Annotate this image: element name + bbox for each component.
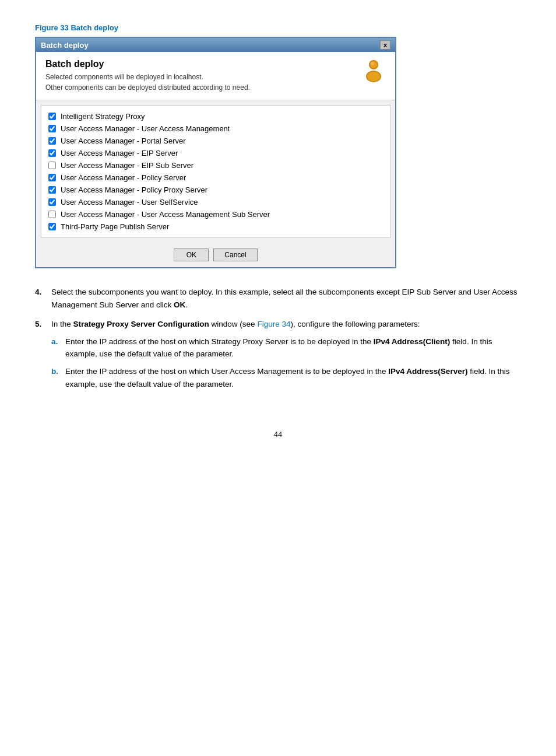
step-5a-content: Enter the IP address of the host on whic…	[65, 335, 521, 360]
checkbox-item: User Access Manager - Policy Server	[48, 172, 383, 184]
checkbox-label: User Access Manager - EIP Sub Server	[61, 161, 193, 170]
dialog-close-button[interactable]: x	[380, 40, 390, 50]
checkbox-item: User Access Manager - User Access Manage…	[48, 208, 383, 220]
checkbox-uam-portal-server[interactable]	[48, 137, 56, 145]
checkbox-uam-uam-sub-server[interactable]	[48, 211, 56, 218]
checkbox-item: User Access Manager - Policy Proxy Serve…	[48, 184, 383, 196]
checkbox-item: Intelligent Strategy Proxy	[48, 110, 383, 123]
ok-button[interactable]: OK	[174, 249, 209, 261]
figure-34-link[interactable]: Figure 34	[257, 320, 290, 328]
step-5-content: In the Strategy Proxy Server Configurati…	[51, 318, 521, 395]
checkbox-uam-eip-server[interactable]	[48, 149, 56, 157]
step-4-number: 4.	[35, 286, 51, 311]
checkbox-item: User Access Manager - EIP Sub Server	[48, 159, 383, 172]
dialog-titlebar: Batch deploy x	[36, 38, 395, 52]
step-5a: a. Enter the IP address of the host on w…	[51, 335, 521, 360]
dialog-desc-line2: Other components can be deployed distrib…	[45, 82, 250, 93]
step-5b-letter: b.	[51, 365, 65, 390]
checkbox-uam-user-access-management[interactable]	[48, 125, 56, 132]
dialog-title: Batch deploy	[41, 41, 89, 50]
svg-point-3	[367, 72, 380, 81]
checkbox-label: User Access Manager - Policy Proxy Serve…	[61, 186, 207, 194]
step-5: 5. In the Strategy Proxy Server Configur…	[35, 318, 521, 395]
dialog-header: Batch deploy Selected components will be…	[36, 52, 395, 100]
checkbox-intelligent-strategy-proxy[interactable]	[48, 113, 56, 120]
checkbox-item: Third-Party Page Publish Server	[48, 220, 383, 233]
svg-point-4	[371, 62, 374, 65]
cancel-button[interactable]: Cancel	[213, 249, 257, 261]
checkbox-item: User Access Manager - User Access Manage…	[48, 123, 383, 135]
dialog-body: Intelligent Strategy Proxy User Access M…	[41, 105, 390, 238]
checkbox-item: User Access Manager - Portal Server	[48, 135, 383, 147]
ipv4-server-bold: IPv4 Address(Server)	[388, 367, 467, 376]
dialog-footer: OK Cancel	[36, 243, 395, 267]
deploy-icon	[361, 59, 386, 83]
steps-list: 4. Select the subcomponents you want to …	[35, 286, 521, 395]
checkbox-label: Intelligent Strategy Proxy	[61, 112, 145, 121]
dialog-header-text: Batch deploy Selected components will be…	[45, 59, 250, 93]
checkbox-label: User Access Manager - EIP Server	[61, 149, 178, 158]
dialog-desc-line1: Selected components will be deployed in …	[45, 72, 250, 82]
dialog-heading: Batch deploy	[45, 59, 250, 69]
figure-label: Figure 33 Batch deploy	[35, 23, 521, 32]
batch-deploy-dialog: Batch deploy x Batch deploy Selected com…	[35, 37, 396, 268]
checkbox-uam-policy-server[interactable]	[48, 174, 56, 181]
checkbox-label: User Access Manager - User SelfService	[61, 198, 198, 206]
checkbox-label: User Access Manager - User Access Manage…	[61, 210, 270, 219]
page-number: 44	[35, 430, 521, 439]
checkbox-item: User Access Manager - User SelfService	[48, 196, 383, 208]
ipv4-client-bold: IPv4 Address(Client)	[374, 337, 451, 346]
checkbox-label: Third-Party Page Publish Server	[61, 222, 169, 231]
step-4: 4. Select the subcomponents you want to …	[35, 286, 521, 311]
step-4-content: Select the subcomponents you want to dep…	[51, 286, 521, 311]
step-5-number: 5.	[35, 318, 51, 395]
checkbox-third-party-page-publish[interactable]	[48, 223, 56, 230]
checkbox-item: User Access Manager - EIP Server	[48, 147, 383, 159]
step-5a-letter: a.	[51, 335, 65, 360]
step-4-ok-bold: OK	[174, 300, 185, 309]
checkbox-uam-eip-sub-server[interactable]	[48, 162, 56, 169]
checkbox-uam-policy-proxy-server[interactable]	[48, 186, 56, 194]
step-5b-content: Enter the IP address of the host on whic…	[65, 365, 521, 390]
checkbox-uam-user-selfservice[interactable]	[48, 198, 56, 206]
strategy-proxy-config-bold: Strategy Proxy Server Configuration	[73, 320, 209, 328]
step-5b: b. Enter the IP address of the host on w…	[51, 365, 521, 390]
checkbox-label: User Access Manager - Policy Server	[61, 173, 186, 182]
checkbox-label: User Access Manager - Portal Server	[61, 136, 186, 145]
step-5-sub-list: a. Enter the IP address of the host on w…	[51, 335, 521, 390]
checkbox-label: User Access Manager - User Access Manage…	[61, 124, 230, 133]
